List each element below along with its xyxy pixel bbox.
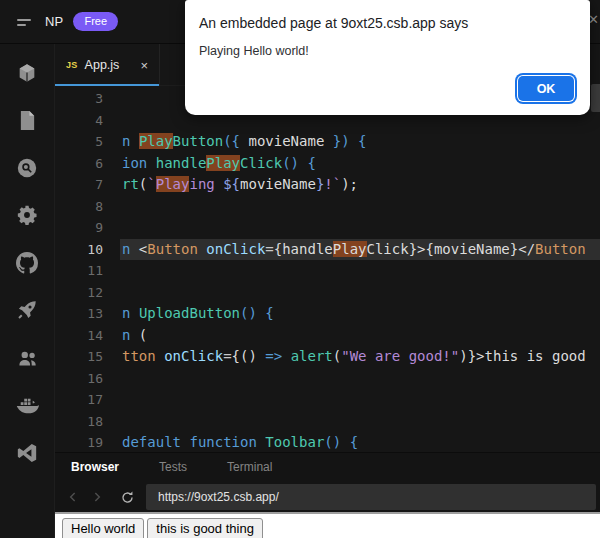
activity-sidebar [0,44,55,538]
line-number: 17 [55,392,103,407]
docker-icon[interactable] [0,382,55,430]
back-icon[interactable] [61,485,85,509]
panel-tab-tests[interactable]: Tests [159,460,187,474]
code-editor[interactable]: 345n PlayButton({ movieName }) {6ion han… [55,86,600,452]
code-line: 6ion handlePlayClick() { [55,153,600,175]
line-number: 15 [55,349,103,364]
code-line: 12 [55,282,600,304]
line-number: 13 [55,306,103,321]
editor-scrollbar[interactable] [591,84,600,112]
preview-button[interactable]: Hello world [62,518,144,538]
code-line: 17 [55,389,600,411]
search-icon[interactable] [0,144,55,192]
gear-icon[interactable] [0,192,55,240]
browser-preview: Hello worldthis is good thing [55,512,600,538]
plan-badge[interactable]: Free [73,12,118,31]
menu-icon[interactable] [17,16,32,28]
forward-icon[interactable] [85,485,109,509]
bottom-panel: BrowserTestsTerminal https://9oxt25.csb.… [55,452,600,512]
code-line: 13n UploadButton() { [55,303,600,325]
line-number: 9 [55,220,103,235]
code-line: 14n ( [55,325,600,347]
panel-tabs: BrowserTestsTerminal [55,453,600,481]
code-line: 10n <Button onClick={handlePlayClick}>{m… [55,239,600,261]
editor-area: JS App.js × 345n PlayButton({ movieName … [55,44,600,538]
vscode-icon[interactable] [0,429,55,477]
line-number: 18 [55,414,103,429]
line-number: 4 [55,113,103,128]
rocket-icon[interactable] [0,287,55,335]
line-number: 11 [55,263,103,278]
line-number: 8 [55,199,103,214]
box-icon[interactable] [0,49,55,97]
line-number: 5 [55,134,103,149]
code-line: 19default function Toolbar() { [55,432,600,452]
tab-close-icon[interactable]: × [140,59,148,72]
panel-tab-browser[interactable]: Browser [71,460,119,474]
js-file-icon: JS [66,60,78,70]
codesandbox-window: NP Free ✕ [0,0,600,538]
dialog-title: An embedded page at 9oxt25.csb.app says [199,15,468,31]
code-line: 5n PlayButton({ movieName }) { [55,131,600,153]
code-line: 9 [55,217,600,239]
line-number: 19 [55,435,103,450]
ok-button[interactable]: OK [518,76,574,101]
line-number: 12 [55,285,103,300]
alert-dialog: An embedded page at 9oxt25.csb.app says … [185,0,590,115]
users-icon[interactable] [0,334,55,382]
dialog-message: Playing Hello world! [199,44,309,58]
url-input[interactable]: https://9oxt25.csb.app/ [146,484,596,510]
browser-navbar: https://9oxt25.csb.app/ [55,481,600,513]
project-name: NP [45,14,63,29]
refresh-icon[interactable] [115,485,139,509]
code-line: 15tton onClick={() => alert("We are good… [55,346,600,368]
line-number: 14 [55,328,103,343]
github-icon[interactable] [0,239,55,287]
line-number: 3 [55,91,103,106]
tab-appjs[interactable]: JS App.js × [55,44,160,86]
code-line: 16 [55,368,600,390]
line-number: 7 [55,177,103,192]
file-icon[interactable] [0,97,55,145]
line-number: 6 [55,156,103,171]
preview-button[interactable]: this is good thing [147,518,263,538]
code-line: 7rt(`Playing ${movieName}!`); [55,174,600,196]
code-line: 11 [55,260,600,282]
panel-tab-terminal[interactable]: Terminal [227,460,272,474]
code-line: 8 [55,196,600,218]
line-number: 10 [55,242,103,257]
code-line: 18 [55,411,600,433]
tab-label: App.js [85,58,134,72]
line-number: 16 [55,371,103,386]
